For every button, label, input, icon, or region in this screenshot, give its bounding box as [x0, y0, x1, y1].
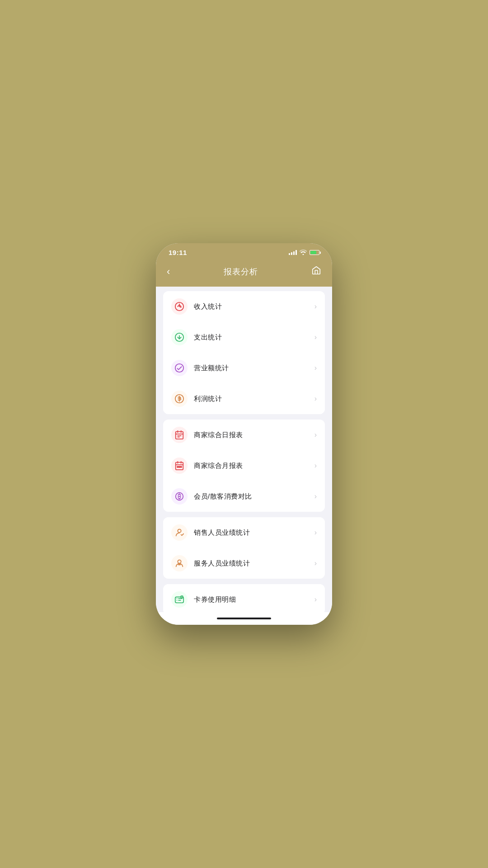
- section-stats: 收入统计 › 支出统计 ›: [163, 291, 325, 414]
- wifi-icon: [300, 249, 307, 256]
- service-perf-icon: [171, 555, 188, 571]
- menu-item-card-detail[interactable]: 卡券使用明细 ›: [163, 584, 325, 612]
- menu-item-daily-report[interactable]: 商家综合日报表 ›: [163, 420, 325, 450]
- home-bar-indicator: [217, 618, 271, 619]
- svg-point-2: [175, 364, 183, 372]
- chevron-icon: ›: [314, 364, 317, 372]
- chevron-icon: ›: [314, 431, 317, 439]
- profit-label: 利润统计: [194, 395, 314, 403]
- chevron-icon: ›: [314, 302, 317, 311]
- menu-item-income[interactable]: 收入统计 ›: [163, 291, 325, 322]
- chevron-icon: ›: [314, 595, 317, 604]
- phone-frame: 19:11 ‹ 报表分析: [156, 243, 332, 625]
- member-compare-label: 会员/散客消费对比: [194, 492, 314, 501]
- status-time: 19:11: [169, 249, 187, 256]
- menu-item-expense[interactable]: 支出统计 ›: [163, 322, 325, 353]
- daily-report-label: 商家综合日报表: [194, 431, 314, 439]
- card-icon: [171, 591, 188, 608]
- income-icon: [171, 298, 188, 315]
- menu-item-service-perf[interactable]: 服务人员业绩统计 ›: [163, 548, 325, 579]
- home-bar: [156, 612, 332, 625]
- page-title: 报表分析: [224, 266, 258, 277]
- menu-item-sales-perf[interactable]: 销售人员业绩统计 ›: [163, 517, 325, 548]
- status-bar: 19:11: [156, 243, 332, 260]
- nav-header: ‹ 报表分析: [156, 260, 332, 287]
- menu-item-revenue[interactable]: 营业额统计 ›: [163, 353, 325, 383]
- income-label: 收入统计: [194, 302, 314, 311]
- chevron-icon: ›: [314, 395, 317, 403]
- chevron-icon: ›: [314, 462, 317, 470]
- svg-point-8: [180, 466, 182, 467]
- sales-perf-icon: [171, 524, 188, 541]
- expense-label: 支出统计: [194, 333, 314, 342]
- profit-icon: [171, 391, 188, 407]
- chevron-icon: ›: [314, 492, 317, 500]
- svg-point-10: [178, 529, 181, 533]
- signal-icon: [289, 250, 297, 255]
- monthly-report-icon: [171, 458, 188, 474]
- status-icons: [289, 249, 319, 256]
- service-perf-label: 服务人员业绩统计: [194, 559, 314, 568]
- battery-icon: [310, 250, 319, 255]
- menu-item-member-compare[interactable]: 会员/散客消费对比 ›: [163, 481, 325, 512]
- sales-perf-label: 销售人员业绩统计: [194, 528, 314, 537]
- menu-item-profit[interactable]: 利润统计 ›: [163, 383, 325, 414]
- section-performance: 销售人员业绩统计 › 服务人员业绩统计 ›: [163, 517, 325, 579]
- monthly-report-label: 商家综合月报表: [194, 462, 314, 470]
- section-card: 卡券使用明细 ›: [163, 584, 325, 612]
- expense-icon: [171, 329, 188, 345]
- revenue-icon: [171, 360, 188, 376]
- card-detail-label: 卡券使用明细: [194, 595, 314, 604]
- svg-point-7: [179, 466, 180, 467]
- revenue-label: 营业额统计: [194, 364, 314, 373]
- section-reports: 商家综合日报表 › 商家综合月报表 ›: [163, 420, 325, 512]
- chevron-icon: ›: [314, 559, 317, 567]
- member-compare-icon: [171, 488, 188, 505]
- daily-report-icon: [171, 427, 188, 443]
- menu-item-monthly-report[interactable]: 商家综合月报表 ›: [163, 450, 325, 481]
- chevron-icon: ›: [314, 333, 317, 341]
- back-button[interactable]: ‹: [165, 264, 172, 279]
- content-area: 收入统计 › 支出统计 ›: [156, 287, 332, 612]
- svg-point-11: [178, 560, 181, 563]
- svg-point-6: [177, 466, 178, 467]
- chevron-icon: ›: [314, 528, 317, 537]
- home-button[interactable]: [310, 264, 323, 279]
